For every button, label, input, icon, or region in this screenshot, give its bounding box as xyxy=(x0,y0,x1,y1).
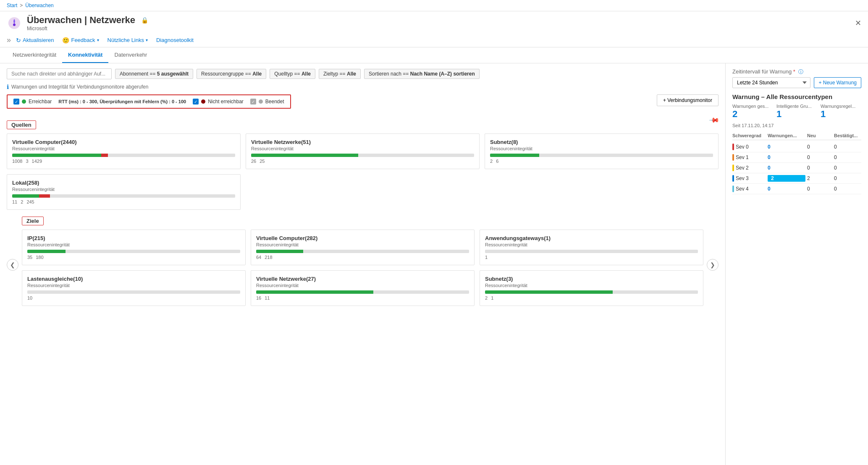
filter-bar: Abonnement == 5 ausgewählt Ressourcengru… xyxy=(7,68,719,79)
quellen-section-label: Quellen xyxy=(7,120,36,129)
time-interval-row: Letzte 24 Stunden + Neue Warnung xyxy=(732,77,861,88)
card-title: Virtuelle Netzwerke(51) xyxy=(251,139,474,145)
checkbox-erreichbar[interactable]: ✓ xyxy=(13,99,19,104)
legend-nicht-erreichbar-label: Nicht erreichbar xyxy=(208,99,244,104)
next-arrow[interactable]: ❯ xyxy=(707,259,719,271)
gray-dot xyxy=(259,99,263,104)
chevron-down-icon: ▾ xyxy=(97,38,99,42)
alert-col-warnungsregel: Warnungsregel... 1 xyxy=(821,104,861,120)
bestatigt-value: 0 xyxy=(834,186,868,192)
sev-label: Sev 1 xyxy=(736,154,749,160)
card-subtitle: Ressourcenintegrität xyxy=(256,242,469,247)
info-circle-icon: ⓘ xyxy=(798,69,803,75)
checkbox-nicht-erreichbar[interactable]: ✓ xyxy=(193,99,199,104)
alert-col-intelligente: Intelligente Gru... 1 xyxy=(776,104,817,120)
checkbox-beendet[interactable]: ✓ xyxy=(250,99,256,104)
filter-zieltyp[interactable]: Zieltyp == Alle xyxy=(319,69,361,79)
card-lokal[interactable]: Lokal(258) Ressourcenintegrität 112245 xyxy=(7,174,241,210)
filter-ressourcengruppe[interactable]: Ressourcengruppe == Alle xyxy=(197,69,266,79)
card-title: Virtuelle Netzwerke(27) xyxy=(256,276,469,282)
sev-color-indicator xyxy=(732,185,734,192)
warnungen-value-highlight[interactable]: 2 xyxy=(768,175,805,182)
info-message: Warnungen und Integrität für Verbindungs… xyxy=(11,84,148,90)
table-row: Sev 2 0 0 0 0 xyxy=(732,163,861,173)
required-star: * xyxy=(793,68,795,75)
sev-label: Sev 2 xyxy=(736,165,749,171)
card-title: Anwendungsgateways(1) xyxy=(485,235,698,241)
warnungen-value[interactable]: 0 xyxy=(768,144,805,150)
close-button[interactable]: ✕ xyxy=(855,18,861,28)
darkred-dot xyxy=(201,99,205,104)
card-subnetz-q[interactable]: Subnetz(8) Ressourcenintegrität 26 xyxy=(485,133,719,169)
page-header: Überwachen | Netzwerke 🔒 Microsoft ✕ xyxy=(0,11,868,33)
col-schweregrad: Schweregrad xyxy=(732,133,766,138)
breadcrumb-start[interactable]: Start xyxy=(7,3,17,8)
card-title: IP(215) xyxy=(27,235,240,241)
card-subnetz-z[interactable]: Subnetz(3) Ressourcenintegrität 21 xyxy=(480,270,703,306)
legend-beendet-label: Beendet xyxy=(265,99,284,104)
alert-section-title: Warnung – Alle Ressourcentypen xyxy=(732,93,861,100)
card-bar xyxy=(490,154,713,157)
sev-color-indicator xyxy=(732,175,734,182)
card-numbers: 2625 xyxy=(251,159,474,164)
card-numbers: 1 xyxy=(485,255,698,260)
new-alert-button[interactable]: + Neue Warnung xyxy=(814,77,861,88)
prev-arrow[interactable]: ❮ xyxy=(7,259,18,271)
tab-datenverkehr[interactable]: Datenverkehr xyxy=(108,47,153,63)
tab-konnektivitat[interactable]: Konnektivität xyxy=(62,47,108,63)
card-virtuelle-netzwerke-z[interactable]: Virtuelle Netzwerke(27) Ressourcenintegr… xyxy=(251,270,475,306)
main-content: Abonnement == 5 ausgewählt Ressourcengru… xyxy=(0,63,868,465)
alert-summary-cols: Warnungen ges... 2 Intelligente Gru... 1… xyxy=(732,104,861,120)
neu-value: 0 xyxy=(807,144,832,150)
card-lastenausgleiche[interactable]: Lastenausgleiche(10) Ressourcenintegritä… xyxy=(22,270,246,306)
card-bar xyxy=(12,194,235,198)
lock-icon: 🔒 xyxy=(141,17,148,24)
card-subtitle: Ressourcenintegrität xyxy=(27,283,240,288)
filter-sortieren[interactable]: Sortieren nach == Nach Name (A–Z) sortie… xyxy=(364,69,480,79)
refresh-button[interactable]: ↻ Aktualisieren xyxy=(16,37,54,44)
card-virtuelle-netzwerke-q[interactable]: Virtuelle Netzwerke(51) Ressourcenintegr… xyxy=(246,133,480,169)
time-interval-select[interactable]: Letzte 24 Stunden xyxy=(732,77,810,88)
warnungen-value[interactable]: 0 xyxy=(768,165,805,171)
card-bar xyxy=(12,154,235,157)
collapse-icon[interactable]: » xyxy=(7,36,11,44)
bestatigt-value: 0 xyxy=(834,175,868,181)
sev-badge: Sev 4 xyxy=(732,185,766,192)
table-row: Sev 1 0 0 0 0 xyxy=(732,152,861,163)
card-numbers: 26 xyxy=(490,159,713,164)
card-subtitle: Ressourcenintegrität xyxy=(256,283,469,288)
pin-icon[interactable]: 📌 xyxy=(708,115,720,126)
col-label: Intelligente Gru... xyxy=(776,104,817,109)
time-interval-label: Zeitintervall für Warnung * ⓘ xyxy=(732,68,861,76)
card-subtitle: Ressourcenintegrität xyxy=(485,283,698,288)
quellen-cards-grid: Virtuelle Computer(2440) Ressourceninteg… xyxy=(7,133,719,210)
sev-badge: Sev 3 xyxy=(732,175,766,182)
filter-abonnement[interactable]: Abonnement == 5 ausgewählt xyxy=(115,69,193,79)
sev-badge: Sev 2 xyxy=(732,165,766,171)
card-virtuelle-computer-z[interactable]: Virtuelle Computer(282) Ressourcenintegr… xyxy=(251,230,475,265)
card-virtuelle-computer[interactable]: Virtuelle Computer(2440) Ressourceninteg… xyxy=(7,133,241,169)
card-anwendungsgateways[interactable]: Anwendungsgateways(1) Ressourcenintegrit… xyxy=(480,230,703,265)
col-bestatigt: Bestätigt... xyxy=(834,133,868,138)
card-title: Lastenausgleiche(10) xyxy=(27,276,240,282)
card-subtitle: Ressourcenintegrität xyxy=(251,146,474,151)
tab-netzwerkintegrit[interactable]: Netzwerkintegrität xyxy=(7,47,62,63)
search-input[interactable] xyxy=(7,68,112,79)
card-numbers: 64218 xyxy=(256,255,469,260)
diagnosetoolkit-button[interactable]: Diagnosetoolkit xyxy=(156,37,194,43)
refresh-icon: ↻ xyxy=(16,37,21,44)
card-subtitle: Ressourcenintegrität xyxy=(485,242,698,247)
feedback-button[interactable]: 🙂 Feedback ▾ xyxy=(62,37,99,44)
filter-quelltyp[interactable]: Quelltyp == Alle xyxy=(270,69,315,79)
warnungen-value[interactable]: 0 xyxy=(768,186,805,192)
sev-label: Sev 0 xyxy=(736,144,749,150)
green-dot xyxy=(22,99,26,104)
feedback-label: Feedback xyxy=(71,37,95,43)
card-ip[interactable]: IP(215) Ressourcenintegrität 35180 xyxy=(22,230,246,265)
add-connection-monitor-button[interactable]: + Verbindungsmonitor xyxy=(657,94,719,106)
bestatigt-value: 0 xyxy=(834,144,868,150)
sev-color-indicator xyxy=(732,144,734,150)
warnungen-value[interactable]: 0 xyxy=(768,154,805,160)
legend-rtt: RTT (ms) : 0 - 300, Überprüfungen mit Fe… xyxy=(58,99,186,104)
nutzliche-links-button[interactable]: Nützliche Links ▾ xyxy=(108,37,148,43)
